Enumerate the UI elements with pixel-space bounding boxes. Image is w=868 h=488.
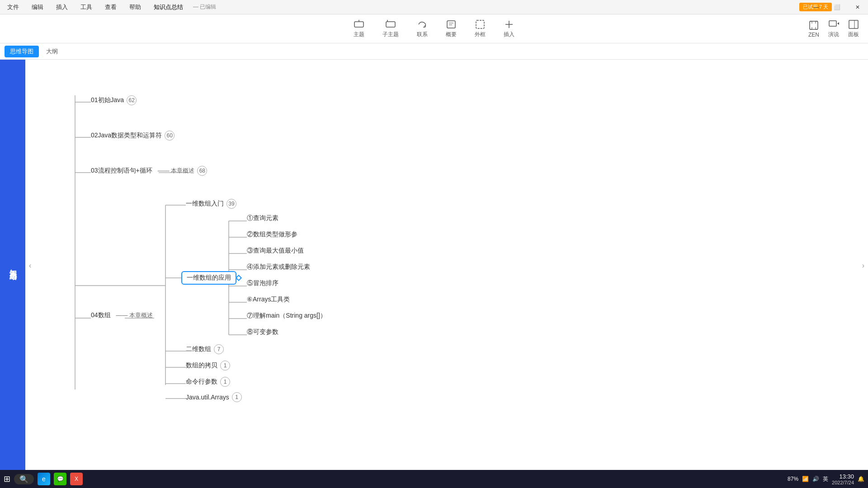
node-03[interactable]: 03流程控制语句+循环 —— 本章概述 68	[91, 166, 207, 176]
toolbar-main-topic-label: 主题	[354, 31, 364, 38]
tab-bar: 思维导图 大纲	[0, 43, 868, 60]
node-array-copy[interactable]: 数组的拷贝 1	[186, 361, 230, 371]
toolbar-main-topic[interactable]: 主题	[354, 19, 364, 38]
network-icon: 📶	[802, 476, 809, 482]
node-child-7[interactable]: ⑦理解main（String args[]）	[247, 312, 326, 320]
menu-edit[interactable]: 编辑	[29, 1, 46, 13]
node-cmdarg-label: 命令行参数	[186, 378, 217, 386]
node-cmdarg[interactable]: 命令行参数 1	[186, 377, 230, 387]
toolbar-insert[interactable]: 插入	[504, 19, 514, 38]
node-04-label: 04数组	[91, 311, 111, 319]
clock-time: 13:30	[832, 473, 854, 480]
toolbar-zen-label: ZEN	[808, 32, 819, 38]
svg-rect-4	[447, 21, 455, 28]
node-03-extra: —— 本章概述	[158, 167, 195, 175]
node-array-copy-badge: 1	[220, 361, 230, 371]
canvas-area[interactable]: ‹ ›	[25, 60, 868, 472]
zen-icon	[808, 20, 819, 31]
toolbar-link-label: 联系	[417, 31, 428, 38]
node-child-5-label: ⑤冒泡排序	[247, 279, 278, 286]
search-icon: 🔍	[19, 475, 28, 483]
node-child-4[interactable]: ④添加元素或删除元素	[247, 263, 310, 271]
toolbar-frame[interactable]: 外框	[475, 19, 486, 38]
svg-rect-2	[386, 22, 395, 27]
scroll-right-arrow[interactable]: ›	[862, 262, 864, 270]
notification-icon[interactable]: 🔔	[858, 476, 864, 482]
main-content: 知识点总结 ‹ ›	[0, 60, 868, 472]
side-panel[interactable]: 知识点总结	[0, 60, 25, 472]
node-child-1[interactable]: ①查询元素	[247, 214, 278, 222]
sub-topic-icon	[385, 19, 396, 30]
node-child-2-label: ②数组类型做形参	[247, 230, 297, 238]
menu-insert[interactable]: 插入	[53, 1, 71, 13]
wechat-icon[interactable]: 💬	[54, 473, 66, 485]
frame-icon	[475, 19, 486, 30]
toolbar: 主题 子主题 联系 概要 外框 插入	[0, 14, 868, 43]
toolbar-insert-label: 插入	[504, 31, 514, 38]
menu-knowledge[interactable]: 知识点总结	[151, 1, 186, 13]
close-button[interactable]: ✕	[847, 0, 868, 14]
menu-bar: 文件 编辑 插入 工具 查看 帮助 知识点总结 — 已编辑 已试用 7 天 — …	[0, 0, 868, 14]
tab-outline[interactable]: 大纲	[41, 46, 63, 57]
node-child-8[interactable]: ⑧可变参数	[247, 328, 278, 336]
search-button[interactable]: 🔍	[14, 474, 34, 484]
node-03-badge: 68	[197, 166, 207, 176]
insert-icon	[504, 19, 514, 30]
menu-help[interactable]: 帮助	[127, 1, 144, 13]
node-child-5[interactable]: ⑤冒泡排序	[247, 279, 278, 287]
node-02[interactable]: 02Java数据类型和运算符 60	[91, 131, 175, 141]
toolbar-link[interactable]: 联系	[417, 19, 428, 38]
node-1d-intro-label: 一维数组入门	[186, 200, 224, 208]
node-2d[interactable]: 二维数组 7	[186, 344, 224, 354]
toolbar-panel-label: 面板	[848, 31, 859, 38]
tab-mindmap[interactable]: 思维导图	[5, 46, 39, 57]
menu-file[interactable]: 文件	[5, 1, 22, 13]
panel-icon	[848, 19, 859, 30]
edge-icon[interactable]: e	[38, 473, 50, 485]
node-02-badge: 60	[165, 131, 175, 141]
node-child-3[interactable]: ③查询最大值最小值	[247, 247, 304, 255]
summary-icon	[446, 19, 457, 30]
node-01[interactable]: 01初始Java 62	[91, 95, 137, 105]
scroll-left-arrow[interactable]: ‹	[29, 262, 31, 270]
side-panel-label: 知识点总结	[8, 263, 18, 268]
svg-rect-10	[810, 21, 818, 29]
maximize-button[interactable]: ⬜	[826, 0, 847, 14]
menu-view[interactable]: 查看	[102, 1, 119, 13]
clock-date: 2022/7/24	[832, 480, 854, 485]
svg-rect-7	[476, 20, 484, 28]
node-arrays-util[interactable]: Java.util.Arrays 1	[186, 392, 242, 402]
node-01-label: 01初始Java	[91, 96, 124, 104]
toolbar-sub-topic[interactable]: 子主题	[382, 19, 399, 38]
node-child-2[interactable]: ②数组类型做形参	[247, 230, 297, 239]
ime-icon[interactable]: 英	[823, 475, 828, 483]
toolbar-summary[interactable]: 概要	[446, 19, 457, 38]
node-04[interactable]: 04数组 —— 本章概述	[91, 311, 153, 319]
node-child-6[interactable]: ⑥Arrays工具类	[247, 296, 290, 304]
node-1d-app[interactable]: 一维数组的应用	[181, 271, 236, 285]
node-child-4-label: ④添加元素或删除元素	[247, 263, 310, 270]
node-child-7-label: ⑦理解main（String args[]）	[247, 312, 326, 319]
node-1d-intro[interactable]: 一维数组入门 39	[186, 199, 236, 209]
volume-icon[interactable]: 🔊	[812, 476, 819, 482]
node-child-3-label: ③查询最大值最小值	[247, 247, 304, 254]
svg-marker-12	[837, 22, 839, 25]
toolbar-present-label: 演说	[828, 31, 839, 38]
node-03-label: 03流程控制语句+循环	[91, 167, 152, 175]
node-child-1-label: ①查询元素	[247, 214, 278, 221]
toolbar-panel[interactable]: 面板	[848, 19, 859, 38]
node-01-badge: 62	[127, 95, 137, 105]
clock: 13:30 2022/7/24	[832, 473, 854, 485]
system-tray: 87% 📶 🔊 英 13:30 2022/7/24 🔔	[788, 473, 864, 485]
toolbar-present[interactable]: 演说	[828, 19, 839, 38]
present-icon	[828, 19, 839, 30]
toolbar-zen[interactable]: ZEN	[808, 20, 819, 38]
start-button[interactable]: ⊞	[4, 474, 10, 484]
menu-tools[interactable]: 工具	[78, 1, 95, 13]
svg-rect-0	[354, 22, 363, 27]
node-cmdarg-badge: 1	[220, 377, 230, 387]
node-02-label: 02Java数据类型和运算符	[91, 131, 162, 140]
xmind-icon[interactable]: X	[70, 473, 83, 485]
minimize-button[interactable]: —	[806, 0, 826, 14]
node-array-copy-label: 数组的拷贝	[186, 361, 217, 370]
